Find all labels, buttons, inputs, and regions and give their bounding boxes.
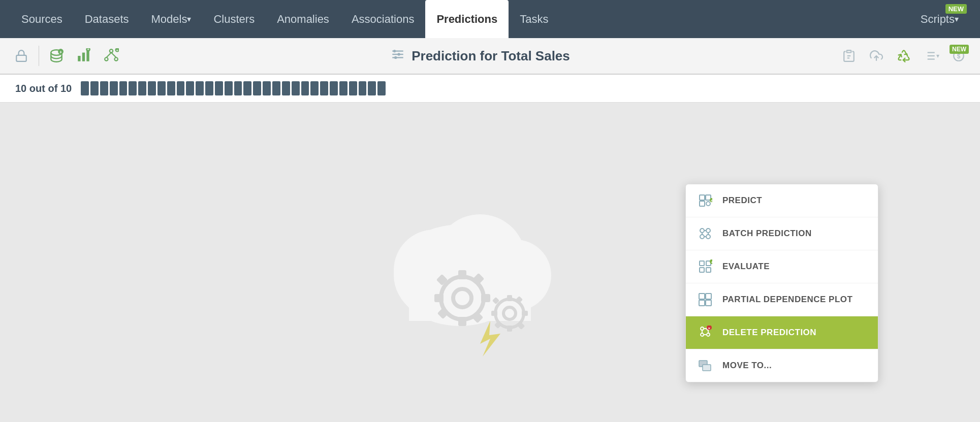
progress-bar-track bbox=[81, 81, 386, 95]
progress-segment bbox=[138, 81, 146, 95]
progress-segment bbox=[330, 81, 338, 95]
progress-segment bbox=[377, 81, 386, 95]
menu-label-pdp: PARTIAL DEPENDENCE PLOT bbox=[722, 295, 852, 305]
svg-rect-60 bbox=[700, 195, 705, 200]
nav-predictions[interactable]: Predictions bbox=[425, 0, 509, 38]
svg-text:+: + bbox=[116, 48, 119, 53]
svg-line-12 bbox=[106, 53, 111, 58]
svg-point-20 bbox=[398, 53, 400, 55]
menu-label-predict: PREDICT bbox=[722, 196, 762, 206]
move-icon bbox=[696, 356, 714, 375]
svg-point-68 bbox=[700, 235, 704, 239]
predict-icon: + bbox=[696, 191, 714, 210]
nav-datasets[interactable]: Datasets bbox=[74, 0, 140, 38]
progress-segment bbox=[129, 81, 137, 95]
svg-rect-82 bbox=[699, 300, 705, 306]
toolbar-divider-1 bbox=[39, 46, 39, 66]
progress-segment bbox=[263, 81, 271, 95]
svg-point-63 bbox=[706, 202, 710, 206]
upload-button[interactable] bbox=[864, 44, 889, 68]
progress-segment bbox=[320, 81, 328, 95]
svg-rect-95 bbox=[703, 365, 711, 371]
svg-point-11 bbox=[114, 57, 117, 60]
chart-icon: + bbox=[76, 48, 91, 63]
svg-point-67 bbox=[706, 229, 710, 233]
menu-label-delete: DELETE PREDICTION bbox=[722, 328, 816, 338]
svg-rect-74 bbox=[700, 261, 704, 266]
svg-rect-44 bbox=[434, 294, 444, 302]
toolbar-title: Prediction for Total Sales bbox=[412, 48, 570, 64]
svg-text:+: + bbox=[87, 48, 89, 52]
svg-rect-76 bbox=[700, 268, 704, 272]
nav-anomalies[interactable]: Anomalies bbox=[266, 0, 340, 38]
svg-point-19 bbox=[393, 49, 396, 52]
menu-item-pdp[interactable]: PARTIAL DEPENDENCE PLOT bbox=[686, 283, 878, 316]
upload-icon bbox=[870, 49, 883, 62]
progress-segment bbox=[301, 81, 309, 95]
progress-segment bbox=[148, 81, 156, 95]
progress-segment bbox=[359, 81, 367, 95]
menu-item-predict[interactable]: + PREDICT bbox=[686, 184, 878, 217]
svg-rect-41 bbox=[458, 270, 466, 279]
svg-point-86 bbox=[701, 333, 704, 336]
cloud-gears-svg bbox=[368, 164, 612, 356]
svg-rect-77 bbox=[706, 268, 711, 272]
svg-point-9 bbox=[110, 49, 113, 52]
list-dropdown-button[interactable]: ▾ bbox=[919, 44, 943, 68]
nav-models[interactable]: Models bbox=[140, 0, 203, 38]
nav-clusters[interactable]: Clusters bbox=[202, 0, 266, 38]
progress-segment bbox=[225, 81, 233, 95]
svg-rect-22 bbox=[847, 50, 851, 52]
dataset-icon: + bbox=[49, 48, 64, 63]
network-icon: + bbox=[104, 48, 119, 63]
sliders-icon bbox=[390, 47, 405, 66]
svg-text:+: + bbox=[711, 261, 712, 264]
menu-item-batch[interactable]: BATCH PREDICTION bbox=[686, 217, 878, 250]
pdp-icon bbox=[696, 290, 714, 309]
progress-segment bbox=[292, 81, 300, 95]
network-button[interactable]: + bbox=[99, 44, 123, 68]
menu-item-move[interactable]: MOVE TO... bbox=[686, 349, 878, 382]
nav-tasks[interactable]: Tasks bbox=[509, 0, 559, 38]
recycle-button[interactable] bbox=[892, 44, 916, 68]
toolbar-new-badge: NEW bbox=[950, 45, 969, 54]
svg-rect-81 bbox=[706, 294, 711, 299]
lock-button[interactable] bbox=[9, 44, 34, 68]
menu-item-evaluate[interactable]: + EVALUATE bbox=[686, 250, 878, 283]
nav-associations[interactable]: Associations bbox=[340, 0, 426, 38]
progress-segment bbox=[186, 81, 194, 95]
nav-sources[interactable]: Sources bbox=[10, 0, 74, 38]
chart-button[interactable]: + bbox=[72, 44, 96, 68]
progress-segment bbox=[339, 81, 347, 95]
clipboard-button[interactable] bbox=[837, 44, 861, 68]
progress-segment bbox=[196, 81, 204, 95]
svg-point-87 bbox=[707, 333, 710, 336]
progress-segment bbox=[81, 81, 89, 95]
svg-text:+: + bbox=[711, 199, 712, 203]
svg-rect-52 bbox=[507, 326, 512, 332]
svg-rect-42 bbox=[458, 317, 466, 326]
svg-rect-53 bbox=[522, 311, 528, 316]
toolbar-title-area: Prediction for Total Sales bbox=[127, 47, 834, 66]
svg-rect-83 bbox=[706, 300, 711, 306]
svg-rect-0 bbox=[16, 55, 26, 61]
svg-point-69 bbox=[706, 235, 710, 239]
menu-item-delete[interactable]: × DELETE PREDICTION bbox=[686, 316, 878, 349]
svg-point-66 bbox=[700, 229, 704, 233]
progress-segment bbox=[90, 81, 99, 95]
svg-text:×: × bbox=[708, 326, 710, 331]
dataset-button[interactable]: + bbox=[44, 44, 69, 68]
progress-segment bbox=[215, 81, 223, 95]
delete-icon: × bbox=[696, 323, 714, 342]
svg-rect-80 bbox=[699, 294, 705, 299]
toolbar: + + + bbox=[0, 38, 980, 75]
clipboard-icon bbox=[842, 49, 856, 62]
progress-segment bbox=[205, 81, 213, 95]
menu-label-batch: BATCH PREDICTION bbox=[722, 229, 812, 239]
svg-rect-62 bbox=[700, 201, 705, 206]
progress-segment bbox=[110, 81, 118, 95]
main-content: + PREDICT BATCH PREDICTION bbox=[0, 103, 980, 417]
svg-point-21 bbox=[394, 56, 397, 58]
lock-icon bbox=[15, 49, 28, 62]
svg-text:+: + bbox=[59, 50, 62, 55]
